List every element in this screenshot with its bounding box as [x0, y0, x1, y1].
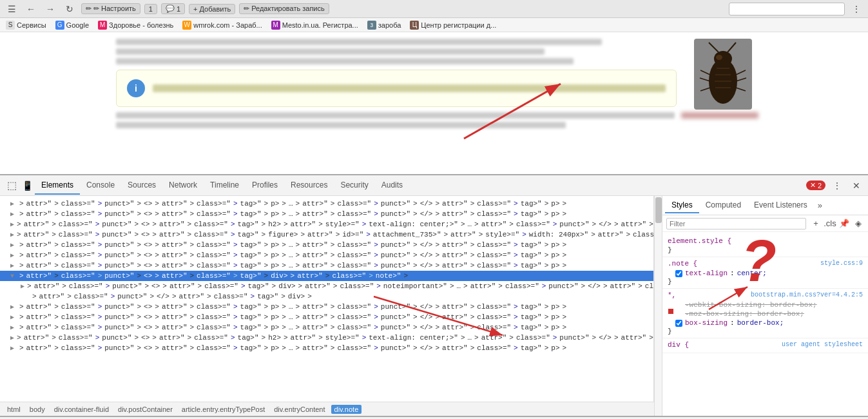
svg-line-10 — [736, 88, 746, 91]
triangle-11[interactable]: ▶ — [10, 313, 17, 321]
breadcrumb-item-5[interactable]: div.entryContent — [271, 405, 328, 414]
dom-line-2[interactable]: ▶ >attr>">class>=">punct>"><>>attr>">cla… — [0, 219, 653, 229]
devtools-close-icon[interactable]: ✕ — [849, 178, 864, 193]
info-text-content — [153, 84, 666, 92]
dom-line-10[interactable]: ▶ >attr>">class>=">punct>"><>>attr>">cla… — [0, 302, 653, 312]
css-class-icon[interactable]: .cls — [824, 218, 836, 229]
pin-style-icon[interactable]: 📌 — [838, 218, 850, 229]
breadcrumb-item-0[interactable]: html — [4, 405, 24, 414]
dom-line-12[interactable]: ▶ >attr>">class>=">punct>"><>>attr>">cla… — [0, 322, 653, 333]
bookmark-wmrok[interactable]: W wmrok.com - Зараб... — [179, 19, 265, 31]
breadcrumb-item-6[interactable]: div.note — [331, 405, 362, 414]
address-bar[interactable] — [729, 3, 845, 15]
styles-tab-event-listeners[interactable]: Event Listeners — [747, 198, 814, 213]
scrollbar-thumb — [655, 197, 662, 223]
dom-line-9[interactable]: >attr>">class>=">punct>"></>>attr>">clas… — [0, 291, 653, 302]
refresh-icon[interactable]: ↻ — [62, 1, 77, 17]
favicon-mesto: М — [271, 21, 280, 30]
dom-line-6[interactable]: ▶ >attr>">class>=">punct>"><>>attr>">cla… — [0, 260, 653, 271]
triangle-7[interactable]: ▼ — [10, 273, 17, 280]
styles-tab-styles[interactable]: Styles — [665, 198, 699, 213]
style-source-1[interactable]: style.css:9 — [820, 260, 863, 267]
dom-line-14[interactable]: ▶ >attr>">class>=">punct>"><>>attr>">cla… — [0, 343, 653, 353]
triangle-1[interactable]: ▶ — [10, 210, 17, 218]
prop-value-2-2: border-box; — [737, 319, 784, 327]
triangle-3[interactable]: ▶ — [10, 231, 14, 239]
inspect-element-icon[interactable]: ⬚ — [4, 178, 19, 193]
browser-menu-icon[interactable]: ☰ — [4, 1, 19, 17]
bookmark-centr[interactable]: Ц Центр регистрации д... — [407, 19, 499, 31]
styles-tab-computed[interactable]: Computed — [699, 198, 747, 213]
add-button[interactable]: + Добавить — [189, 4, 235, 14]
forward-icon[interactable]: → — [43, 1, 58, 17]
dom-line-4[interactable]: ▶ >attr>">class>=">punct>"><>>attr>">cla… — [0, 240, 653, 250]
dom-line-1[interactable]: ▶ >attr>">class>=">punct>"><>>attr>">cla… — [0, 209, 653, 219]
svg-line-9 — [736, 78, 746, 81]
tab-network[interactable]: Network — [162, 177, 204, 195]
bookmark-servisy[interactable]: S Сервисы — [3, 19, 50, 31]
tab-timeline[interactable]: Timeline — [204, 177, 246, 195]
error-badge[interactable]: ✕ 2 — [806, 180, 825, 190]
count1-button[interactable]: 1 — [144, 4, 157, 14]
breadcrumb-item-4[interactable]: article.entry.entryTypePost — [178, 405, 268, 414]
color-picker-icon[interactable]: ◈ — [853, 218, 864, 229]
info-icon: i — [127, 79, 145, 97]
settings-icon[interactable]: ⋮ — [849, 1, 864, 17]
svg-line-3 — [709, 43, 719, 52]
bookmark-health[interactable]: М Здоровье - болезнь — [95, 19, 177, 31]
style-close-0: } — [668, 246, 863, 254]
tab-resources[interactable]: Resources — [284, 177, 334, 195]
dom-line-5[interactable]: ▶ >attr>">class>=">punct>"><>>attr>">cla… — [0, 250, 653, 260]
triangle-13[interactable]: ▶ — [10, 334, 14, 342]
bookmark-mesto[interactable]: М Mesto.in.ua. Регистра... — [268, 19, 362, 31]
style-prop-2-1: -moz-box-sizing: border-box; — [668, 309, 863, 318]
dom-line-0[interactable]: ▶ >attr>">class>=">punct>"><>>attr>">cla… — [0, 199, 653, 209]
styles-more-icon[interactable]: » — [814, 198, 826, 213]
triangle-5[interactable]: ▶ — [10, 251, 17, 259]
triangle-2[interactable]: ▶ — [10, 220, 14, 228]
back-icon[interactable]: ← — [23, 1, 39, 17]
bookmark-google[interactable]: G Google — [52, 19, 92, 31]
devtools-panel: ⬚ 📱 Elements Console Sources Network Tim… — [0, 174, 868, 416]
tab-audits[interactable]: Audits — [375, 177, 409, 195]
styles-filter-input[interactable] — [666, 218, 806, 229]
tab-profiles[interactable]: Profiles — [246, 177, 284, 195]
triangle-4[interactable]: ▶ — [10, 241, 17, 249]
svg-line-5 — [700, 70, 710, 75]
dom-line-8[interactable]: ▶ >attr>">class>=">punct>"><>>attr>">cla… — [0, 281, 653, 291]
add-style-icon[interactable]: + — [810, 218, 822, 229]
prop-checkbox-2-2[interactable] — [675, 320, 682, 327]
devtools-more-icon[interactable]: ⋮ — [829, 178, 845, 193]
count2-button[interactable]: 💬 1 — [161, 3, 185, 14]
triangle-12[interactable]: ▶ — [10, 324, 17, 331]
devtools-toolbar-right: ✕ 2 ⋮ ✕ — [806, 178, 864, 193]
dom-line-7[interactable]: ▼ >attr>">class>=">punct>"><>>attr>">cla… — [0, 271, 653, 281]
breadcrumb-item-2[interactable]: div.container-fluid — [51, 405, 112, 414]
configure-button[interactable]: ✏ ✏ Настроить — [81, 3, 140, 14]
triangle-6[interactable]: ▶ — [10, 262, 17, 269]
tab-console[interactable]: Console — [80, 177, 121, 195]
style-prop-1-0: text-align: center; — [668, 269, 863, 278]
style-source-2[interactable]: bootstrap.min.css?ver=4.4.2:5 — [751, 291, 863, 298]
console-bar: Console ▼ top 🚫 Preserve log × — [0, 416, 868, 419]
breadcrumb-item-1[interactable]: body — [26, 405, 48, 414]
bookmark-zaroba[interactable]: з зароба — [364, 19, 405, 31]
breadcrumb-item-3[interactable]: div.postContainer — [115, 405, 176, 414]
elements-scrollbar[interactable] — [654, 196, 662, 416]
dom-line-11[interactable]: ▶ >attr>">class>=">punct>"><>>attr>">cla… — [0, 312, 653, 322]
webpage-area: i — [0, 32, 868, 174]
tab-security[interactable]: Security — [334, 177, 374, 195]
triangle-0[interactable]: ▶ — [10, 200, 17, 208]
dom-line-3[interactable]: ▶ >attr>">class>=">punct>"><>>attr>">cla… — [0, 229, 653, 240]
edit-button[interactable]: ✏ Редактировать запись — [239, 3, 329, 14]
tab-elements[interactable]: Elements — [35, 177, 80, 195]
prop-checkbox-1-0[interactable] — [675, 270, 682, 277]
device-mode-icon[interactable]: 📱 — [19, 178, 35, 193]
triangle-14[interactable]: ▶ — [10, 344, 17, 352]
triangle-8[interactable]: ▶ — [21, 282, 24, 290]
dom-line-13[interactable]: ▶ >attr>">class>=">punct>"><>>attr>">cla… — [0, 333, 653, 343]
elements-panel[interactable]: ▶ >attr>">class>=">punct>"><>>attr>">cla… — [0, 196, 654, 402]
tab-sources[interactable]: Sources — [121, 177, 162, 195]
triangle-10[interactable]: ▶ — [10, 303, 17, 311]
style-source-3[interactable]: user agent stylesheet — [782, 341, 863, 348]
